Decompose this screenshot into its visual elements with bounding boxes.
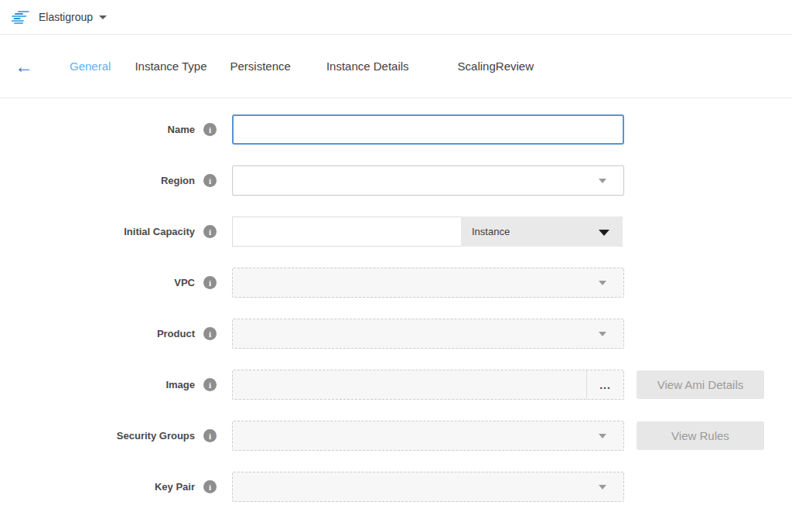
info-icon[interactable]: i	[203, 378, 217, 391]
image-label: Image	[166, 379, 195, 390]
tab-general[interactable]: General	[70, 60, 111, 73]
image-field: ...	[232, 370, 624, 400]
capacity-unit-select[interactable]: Instance	[461, 217, 623, 247]
form-row-product: Product i	[0, 319, 792, 349]
info-icon[interactable]: i	[203, 480, 217, 493]
tab-scaling[interactable]: Scaling	[458, 60, 496, 73]
info-icon[interactable]: i	[203, 225, 217, 238]
wizard-tab-bar: ← General Instance Type Persistence Inst…	[0, 35, 792, 98]
info-icon[interactable]: i	[203, 123, 217, 136]
info-icon[interactable]: i	[203, 174, 217, 187]
security-groups-label: Security Groups	[117, 430, 195, 442]
form-row-region: Region i	[0, 165, 792, 196]
capacity-unit-value: Instance	[472, 226, 510, 237]
region-select[interactable]	[232, 165, 624, 196]
product-select	[232, 319, 624, 349]
tab-instance-type[interactable]: Instance Type	[135, 60, 207, 73]
security-groups-select	[232, 421, 624, 451]
initial-capacity-input[interactable]	[232, 217, 461, 247]
form-row-name: Name i	[0, 114, 792, 145]
chevron-down-icon	[599, 332, 606, 336]
vpc-label: VPC	[174, 277, 195, 288]
image-browse-button[interactable]: ...	[586, 370, 623, 399]
back-arrow-icon[interactable]: ←	[15, 57, 34, 76]
key-pair-label: Key Pair	[155, 481, 195, 493]
general-form: Name i Region i Initial Capacity i Inst	[0, 98, 792, 502]
info-icon[interactable]: i	[203, 327, 217, 340]
form-row-initial-capacity: Initial Capacity i Instance	[0, 217, 792, 247]
name-label: Name	[168, 124, 195, 135]
tab-persistence[interactable]: Persistence	[230, 60, 291, 73]
chevron-down-icon	[599, 230, 609, 236]
image-field-value	[233, 370, 586, 399]
chevron-down-icon	[599, 281, 606, 285]
product-switcher-label[interactable]: Elastigroup	[39, 11, 93, 23]
view-ami-details-button[interactable]: View Ami Details	[637, 370, 764, 399]
form-row-image: Image i ... View Ami Details	[0, 370, 792, 400]
name-input[interactable]	[232, 114, 624, 145]
form-row-key-pair: Key Pair i	[0, 472, 792, 502]
key-pair-select	[232, 472, 624, 502]
topbar: Elastigroup	[0, 0, 792, 35]
product-label: Product	[157, 328, 195, 339]
region-label: Region	[161, 175, 195, 186]
chevron-down-icon	[599, 179, 606, 183]
elastigroup-logo-icon	[9, 9, 33, 25]
form-row-security-groups: Security Groups i View Rules	[0, 421, 792, 451]
tab-review[interactable]: Review	[496, 60, 534, 73]
view-rules-button[interactable]: View Rules	[637, 421, 764, 450]
chevron-down-icon[interactable]	[99, 15, 107, 19]
form-row-vpc: VPC i	[0, 268, 792, 298]
vpc-select	[232, 268, 624, 298]
info-icon[interactable]: i	[203, 429, 217, 442]
info-icon[interactable]: i	[203, 276, 217, 289]
chevron-down-icon	[599, 485, 606, 489]
initial-capacity-label: Initial Capacity	[124, 226, 195, 237]
chevron-down-icon	[599, 434, 606, 438]
tab-instance-details[interactable]: Instance Details	[326, 60, 409, 73]
